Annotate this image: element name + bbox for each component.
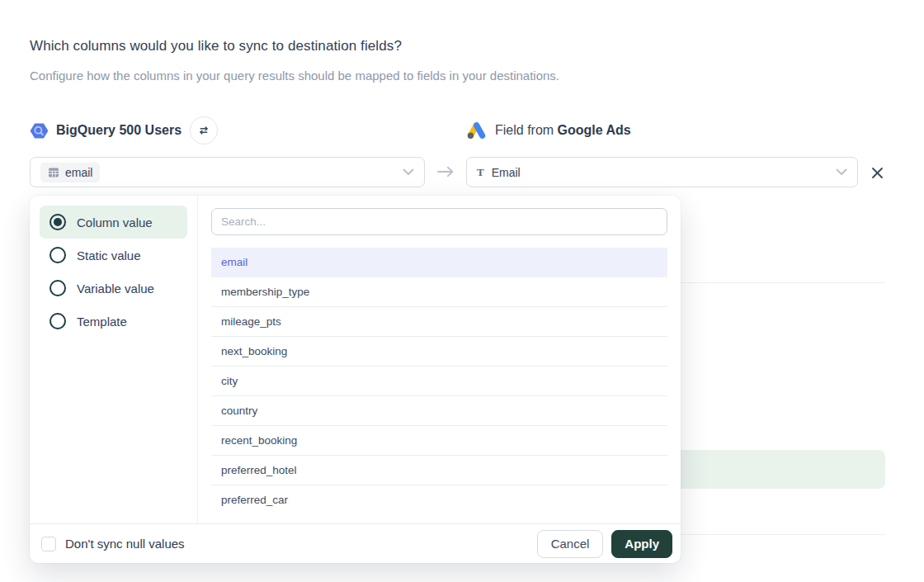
search-input[interactable]	[211, 208, 667, 235]
value-type-label: Static value	[77, 248, 141, 263]
destination-header: Field from Google Ads	[466, 116, 631, 145]
cancel-button[interactable]: Cancel	[537, 530, 604, 558]
destination-name: Google Ads	[558, 123, 631, 137]
radio-icon	[50, 313, 66, 329]
column-list-item[interactable]: preferred_car	[211, 485, 667, 508]
radio-icon	[50, 247, 66, 263]
source-column-value: email	[65, 166, 92, 179]
background-divider	[652, 282, 885, 283]
column-name: email	[221, 256, 248, 268]
value-type-option[interactable]: Static value	[40, 239, 187, 272]
column-list-item[interactable]: city	[211, 367, 667, 396]
value-type-option[interactable]: Column value	[40, 206, 187, 239]
column-name: preferred_hotel	[221, 464, 297, 476]
column-name: country	[221, 405, 257, 417]
google-ads-icon	[466, 121, 487, 141]
source-column-token: email	[40, 163, 100, 182]
chevron-down-icon	[403, 168, 414, 176]
column-list-item[interactable]: email	[211, 248, 667, 277]
source-header: BigQuery 500 Users	[30, 116, 218, 145]
value-type-radio-group: Column value Static value Variable value…	[30, 196, 198, 523]
radio-icon	[50, 280, 66, 296]
value-type-option[interactable]: Variable value	[40, 272, 187, 305]
column-name: mileage_pts	[221, 315, 281, 328]
panel-footer: Don't sync null values Cancel Apply	[30, 523, 681, 563]
swap-icon	[197, 124, 210, 137]
column-list-item[interactable]: mileage_pts	[211, 307, 667, 337]
value-type-option[interactable]: Template	[40, 305, 187, 338]
bigquery-icon	[30, 121, 49, 140]
source-label: BigQuery 500 Users	[56, 123, 182, 138]
apply-button[interactable]: Apply	[611, 530, 672, 558]
column-name: membership_type	[221, 286, 309, 298]
value-type-label: Template	[77, 315, 127, 329]
sync-mapping-page: Which columns would you like to sync to …	[0, 0, 924, 582]
column-list-item[interactable]: membership_type	[211, 277, 667, 307]
destination-label: Field from Google Ads	[495, 123, 631, 138]
swap-source-button[interactable]	[190, 116, 218, 144]
column-name: recent_booking	[221, 434, 297, 447]
destination-field-value: Email	[492, 166, 521, 179]
column-picker-panel: Column value Static value Variable value…	[30, 196, 681, 563]
dont-sync-null-label: Don't sync null values	[65, 537, 185, 551]
destination-field-select[interactable]: T Email	[466, 157, 858, 187]
arrow-right-icon	[436, 163, 455, 180]
page-subtitle: Configure how the columns in your query …	[30, 69, 559, 83]
column-name: next_booking	[221, 345, 287, 357]
column-name: city	[221, 375, 238, 387]
background-divider	[652, 534, 885, 535]
column-list-item[interactable]: next_booking	[211, 337, 667, 367]
value-type-label: Variable value	[77, 282, 154, 296]
page-title: Which columns would you like to sync to …	[30, 38, 402, 54]
destination-label-prefix: Field from	[495, 123, 558, 137]
close-icon	[871, 167, 884, 179]
table-icon	[48, 167, 59, 178]
column-list-item[interactable]: country	[211, 396, 667, 426]
column-list: email membership_type mileage_pts next_b…	[211, 248, 667, 508]
column-list-item[interactable]: preferred_hotel	[211, 456, 667, 485]
text-type-icon: T	[477, 166, 484, 179]
chevron-down-icon	[836, 168, 847, 176]
remove-mapping-button[interactable]	[869, 164, 885, 181]
column-name: preferred_car	[221, 494, 288, 506]
value-type-label: Column value	[77, 215, 153, 229]
column-list-item[interactable]: recent_booking	[211, 426, 667, 456]
radio-icon	[50, 214, 66, 230]
dont-sync-null-checkbox[interactable]	[41, 537, 56, 551]
source-column-select[interactable]: email	[30, 157, 425, 187]
